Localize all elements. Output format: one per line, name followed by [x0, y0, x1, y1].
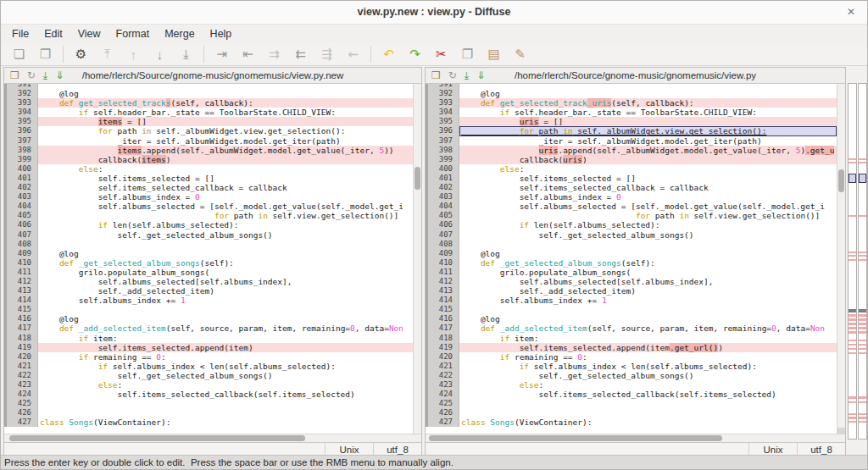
code-line[interactable]: 425 [4, 399, 413, 408]
code-line[interactable]: 395 items = [] [4, 117, 413, 126]
code-line[interactable]: 426 [4, 408, 413, 417]
code-line[interactable]: 427class Songs(ViewContainer): [426, 417, 837, 427]
code-line[interactable]: 415 [426, 305, 837, 314]
code-line[interactable]: 412 self.albums_selected[self.albums_ind… [426, 277, 837, 286]
code-line[interactable]: 421 if self.albums_index < len(self.albu… [4, 362, 413, 371]
code-line[interactable]: 424 self.items_selected_callback(self.it… [4, 390, 413, 399]
code-line[interactable]: 421 if self.albums_index < len(self.albu… [426, 362, 837, 371]
code-line[interactable]: 399 callback(items) [4, 155, 413, 164]
menu-item-help[interactable]: Help [203, 25, 240, 42]
right-horizontal-scrollbar[interactable] [426, 434, 845, 442]
clear-edits-button[interactable]: ✎ [507, 45, 533, 64]
code-line[interactable]: 402 self.items_selected_callback = callb… [4, 183, 413, 192]
code-line[interactable]: 394 if self.header_bar._state == Toolbar… [426, 108, 837, 117]
code-line[interactable]: 408 [426, 240, 837, 249]
copy-selection-right-button[interactable]: ⇥ [209, 45, 235, 64]
code-line[interactable]: 409 @log [4, 249, 413, 258]
code-line[interactable]: 417 def _add_selected_item(self, source,… [426, 323, 837, 333]
copy-selection-left-button[interactable]: ⇤ [235, 45, 261, 64]
code-line[interactable]: 406 if len(self.albums_selected): [4, 220, 413, 229]
code-line[interactable]: 418 if item: [426, 334, 837, 343]
code-line[interactable]: 393 def get_selected_tracks(self, callba… [4, 98, 413, 108]
shift-left-button[interactable]: ⇇ [287, 45, 314, 64]
undo-button[interactable]: ↶ [376, 45, 402, 64]
code-line[interactable]: 403 self.albums_index = 0 [426, 192, 837, 202]
code-line[interactable]: 399 callback(uris) [426, 155, 837, 164]
merge-from-left-button[interactable]: ⇶ [314, 45, 340, 64]
code-line[interactable]: 408 [4, 240, 413, 249]
code-line[interactable]: 405 for path in self.view.get_selection(… [4, 211, 413, 220]
code-line[interactable]: 425 [426, 399, 837, 408]
overview-map[interactable] [848, 83, 868, 440]
code-line[interactable]: 393 def get_selected_track_uris(self, ca… [426, 98, 837, 108]
code-line[interactable]: 395 uris = [] [426, 117, 837, 126]
open-file-button[interactable]: ❐ [32, 45, 58, 64]
code-line[interactable]: 420 if remaining == 0: [4, 352, 413, 362]
new-button[interactable]: ❏ [6, 45, 32, 64]
code-line[interactable]: 403 self.albums_index = 0 [4, 192, 413, 202]
code-line[interactable]: 410 def _get_selected_album_songs(self): [4, 258, 413, 268]
code-line[interactable]: 401 self.items_selected = [] [426, 174, 837, 183]
right-vertical-scrollbar-thumb[interactable] [838, 169, 844, 192]
code-line[interactable]: 423 else: [426, 380, 837, 390]
close-icon[interactable]: ✕ [847, 6, 855, 18]
code-line[interactable]: 394 if self.header_bar._state == Toolbar… [4, 108, 413, 117]
overview-map-left-column[interactable] [848, 83, 857, 440]
left-vertical-scrollbar[interactable] [413, 84, 421, 434]
code-line[interactable]: 422 self._get_selected_album_songs() [4, 371, 413, 380]
right-horizontal-scrollbar-thumb[interactable] [429, 435, 723, 441]
left-horizontal-scrollbar[interactable] [4, 434, 421, 442]
code-line[interactable]: 407 self._get_selected_album_songs() [426, 230, 837, 240]
next-difference-button[interactable]: ↓ [147, 45, 173, 64]
left-code-area[interactable]: 391392 @log393 def get_selected_tracks(s… [4, 84, 421, 434]
code-line[interactable]: 414 self.albums_index += 1 [426, 296, 837, 305]
code-line[interactable]: 392 @log [4, 89, 413, 98]
code-line[interactable]: 416 @log [426, 314, 837, 323]
overview-map-right-column[interactable] [858, 83, 867, 440]
menu-item-view[interactable]: View [70, 25, 108, 42]
code-line[interactable]: 412 self.albums_selected[self.albums_ind… [4, 277, 413, 286]
right-vertical-scrollbar[interactable] [837, 84, 845, 434]
right-code-area[interactable]: 391392 @log393 def get_selected_track_ur… [426, 84, 845, 434]
menu-item-format[interactable]: Format [108, 25, 158, 42]
code-line[interactable]: 400 else: [4, 164, 413, 174]
menu-item-edit[interactable]: Edit [36, 25, 70, 42]
code-line[interactable]: 413 self._add_selected_item) [426, 286, 837, 296]
code-line[interactable]: 406 if len(self.albums_selected): [426, 220, 837, 229]
code-line[interactable]: 407 self._get_selected_album_songs() [4, 230, 413, 240]
previous-difference-button[interactable]: ↑ [120, 45, 147, 64]
shift-right-button[interactable]: ⇉ [261, 45, 287, 64]
code-line[interactable]: 396 for path in self._albumWidget.view.g… [4, 126, 413, 135]
code-line[interactable]: 397 _iter = self._albumWidget.model.get_… [4, 136, 413, 146]
realign-all-button[interactable]: ⚙ [68, 45, 94, 64]
menu-item-merge[interactable]: Merge [157, 25, 202, 42]
code-line[interactable]: 411 grilo.populate_album_songs( [426, 268, 837, 277]
code-line[interactable]: 417 def _add_selected_item(self, source,… [4, 323, 413, 333]
code-line[interactable]: 405 for path in self.view.get_selection(… [426, 211, 837, 220]
code-line[interactable]: 419 self.items_selected.append(item) [4, 343, 413, 352]
code-line[interactable]: 398 uris.append(self._albumWidget.model.… [426, 146, 837, 155]
code-line[interactable]: 411 grilo.populate_album_songs( [4, 268, 413, 277]
code-line[interactable]: 424 self.items_selected_callback(self.it… [426, 390, 837, 399]
merge-from-right-button[interactable]: ⇜ [340, 45, 366, 64]
code-line[interactable]: 396 for path in self._albumWidget.view.g… [426, 126, 837, 135]
code-line[interactable]: 410 def _get_selected_album_songs(self): [426, 258, 837, 268]
code-line[interactable]: 420 if remaining == 0: [426, 352, 837, 362]
left-horizontal-scrollbar-thumb[interactable] [9, 435, 305, 441]
code-line[interactable]: 401 self.items_selected = [] [4, 174, 413, 183]
code-line[interactable]: 415 [4, 305, 413, 314]
code-line[interactable]: 398 items.append(self._albumWidget.model… [4, 146, 413, 155]
code-line[interactable]: 419 self.items_selected.append(item.get_… [426, 343, 837, 352]
code-line[interactable]: 409 @log [426, 249, 837, 258]
code-line[interactable]: 400 else: [426, 164, 837, 174]
copy-button[interactable]: ❐ [454, 45, 481, 64]
code-line[interactable]: 402 self.items_selected_callback = callb… [426, 183, 837, 192]
code-line[interactable]: 423 else: [4, 380, 413, 390]
paste-button[interactable]: ▤ [481, 45, 507, 64]
code-line[interactable]: 426 [426, 408, 837, 417]
code-line[interactable]: 397 _iter = self._albumWidget.model.get_… [426, 136, 837, 146]
menu-item-file[interactable]: File [4, 25, 36, 42]
code-line[interactable]: 413 self._add_selected_item) [4, 286, 413, 296]
first-difference-button[interactable]: ⤒ [94, 45, 120, 64]
redo-button[interactable]: ↷ [402, 45, 428, 64]
